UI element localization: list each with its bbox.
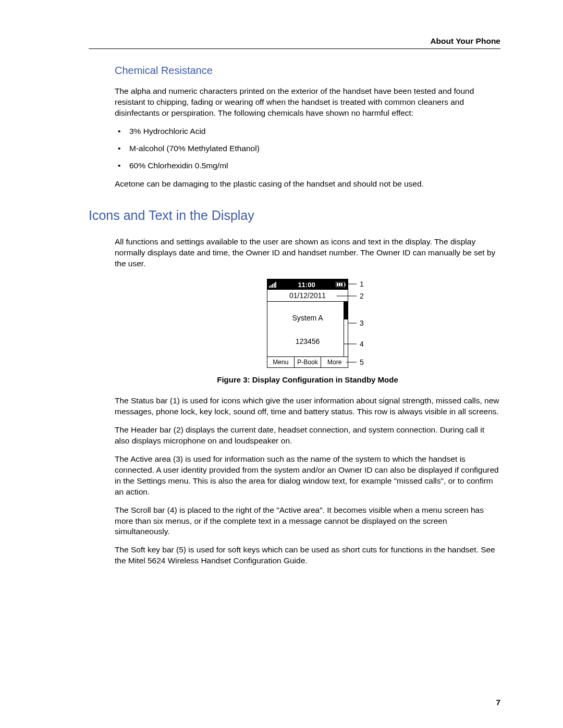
para-scroll-bar: The Scroll bar (4) is placed to the righ… [115, 505, 500, 538]
scroll-bar [344, 302, 348, 356]
svg-rect-1 [271, 285, 272, 288]
heading-icons-and-text: Icons and Text in the Display [89, 208, 500, 223]
list-item: M-alcohol (70% Methylated Ethanol) [115, 143, 500, 154]
status-time: 11:00 [298, 281, 315, 289]
softkey-menu: Menu [267, 357, 295, 367]
list-item: 3% Hydrochloric Acid [115, 126, 500, 137]
svg-rect-2 [272, 284, 273, 288]
chemical-intro: The alpha and numeric characters printed… [115, 86, 500, 119]
callout-lines [267, 279, 267, 279]
header-rule [89, 48, 500, 49]
figure-display-config: 11:00 01/12/2011 System A 123456 [115, 279, 500, 368]
figure-caption: Figure 3: Display Configuration in Stand… [115, 375, 500, 384]
callout-1: 1 [360, 280, 364, 288]
page-number: 7 [496, 698, 500, 707]
callout-2: 2 [360, 292, 364, 300]
para-active-area: The Active area (3) is used for informat… [115, 454, 500, 498]
svg-rect-7 [337, 283, 338, 286]
phone-screen: 11:00 01/12/2011 System A 123456 [267, 279, 348, 368]
page-content: Chemical Resistance The alpha and numeri… [115, 65, 500, 566]
active-area: System A 123456 [267, 302, 348, 356]
para-status-bar: The Status bar (1) is used for icons whi… [115, 396, 500, 417]
callout-4: 4 [360, 340, 364, 348]
softkey-bar: Menu P-Book More [267, 356, 348, 367]
softkey-more: More [321, 357, 348, 367]
svg-rect-3 [274, 283, 275, 288]
running-head: About Your Phone [430, 36, 500, 46]
header-date: 01/12/2011 [289, 291, 326, 300]
chemical-list: 3% Hydrochloric Acid M-alcohol (70% Meth… [115, 126, 500, 171]
softkey-pbook: P-Book [295, 357, 322, 367]
chemical-acetone-note: Acetone can be damaging to the plastic c… [115, 179, 500, 190]
phone-display-illustration: 11:00 01/12/2011 System A 123456 [267, 279, 348, 368]
callout-5: 5 [360, 358, 364, 366]
svg-rect-4 [275, 282, 276, 288]
system-name: System A [292, 314, 323, 322]
header-bar: 01/12/2011 [267, 290, 348, 302]
handset-number: 123456 [296, 337, 320, 346]
list-item: 60% Chlorhexidin 0.5mg/ml [115, 161, 500, 171]
scroll-thumb [344, 302, 348, 319]
icons-intro: All functions and settings available to … [115, 237, 500, 269]
heading-chemical-resistance: Chemical Resistance [115, 65, 500, 77]
svg-rect-8 [339, 283, 340, 286]
battery-icon [336, 282, 346, 287]
para-header-bar: The Header bar (2) displays the current … [115, 425, 500, 447]
status-bar: 11:00 [267, 279, 348, 290]
svg-rect-9 [341, 283, 342, 286]
callout-3: 3 [360, 319, 364, 327]
page: About Your Phone Chemical Resistance The… [0, 0, 563, 728]
signal-icon [269, 281, 277, 288]
svg-rect-0 [269, 286, 270, 288]
para-softkey-bar: The Soft key bar (5) is used for soft ke… [115, 545, 500, 566]
